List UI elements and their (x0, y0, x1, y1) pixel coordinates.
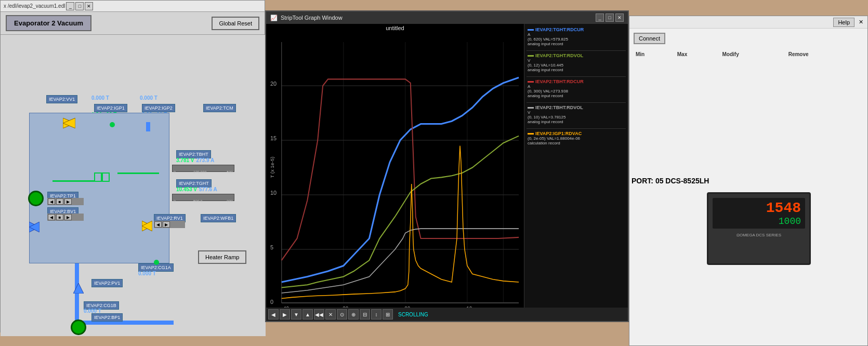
port-label: PORT: 05 DCS-8525LH (632, 177, 709, 185)
tght-values: 10.453 V 577.6 A (176, 187, 217, 192)
zoom-out-button[interactable]: ⊟ (360, 309, 370, 320)
app-title: Evaporator 2 Vacuum (6, 15, 91, 31)
pv-label-igp2: IEVAP2:IGP2 (142, 104, 175, 112)
legend-entry-tght-rdcur: IEVAP2:TGHT:RDCUR A (0, 620) VAL=579.825… (527, 26, 626, 47)
svg-text:01:06:28: 01:06:28 (493, 306, 511, 308)
col-modify: Modify (720, 50, 786, 58)
legend-entry-tbht-rdvol: IEVAP2:TBHT:RDVOL V (0, 10) VAL=3.78125 … (527, 102, 626, 125)
omega-sv-value: 1000 (717, 216, 801, 227)
help-button[interactable]: Help (833, 18, 854, 27)
omega-display: 1548 1000 ΩOMEGA DCS SERIES (707, 192, 811, 265)
pv-label-wfb1: IEVAP2:WFB1 (201, 214, 236, 222)
col-remove: Remove (786, 50, 863, 58)
heater-ramp-button[interactable]: Heater Ramp (198, 250, 246, 264)
svg-text:15: 15 (270, 135, 277, 141)
svg-text:-20: -20 (403, 305, 411, 308)
pv-label-bp1: IEVAP2:BP1 (91, 313, 123, 322)
bp1-valve (71, 320, 86, 335)
graph-svg: 0 5 10 15 20 T (x 1e-5) (266, 31, 524, 308)
epics-titlebar: x /edl/ievap2_vacuum1.edl _ □ ✕ (1, 1, 265, 12)
bv1-control[interactable]: ◀ ■ ▶ (47, 214, 84, 221)
fast-back-button[interactable]: ◀◀ (314, 309, 324, 320)
pv-label-tcm: IEVAP2:TCM (203, 104, 236, 112)
pv-label-igp1: IEVAP2:IGP1 (94, 104, 127, 112)
col-max: Max (675, 50, 720, 58)
rv1-valve (142, 221, 152, 232)
cg1a-indicator (154, 260, 159, 265)
right-close-icon[interactable]: ✕ (859, 19, 863, 25)
epics-title: x /edl/ievap2_vacuum1.edl (4, 3, 65, 9)
scroll-up-button[interactable]: ▲ (303, 309, 313, 320)
striptool-close-icon[interactable]: ✕ (615, 14, 624, 22)
scrolling-label: SCROLLING (398, 312, 428, 317)
pv-value-vv1-top: 0.000 T (91, 95, 109, 101)
pv-value-cg1a: 0.000 T (138, 271, 156, 276)
graph-area: untitled 0 5 10 15 20 T (x 1e-5) (266, 24, 524, 308)
tght-slider[interactable]: 0 590.0 900 (172, 194, 234, 201)
graph-title: untitled (266, 24, 524, 31)
svg-text:5: 5 (270, 244, 273, 250)
vv1-valve (63, 118, 75, 129)
tght-current: 577.6 A (199, 187, 217, 192)
scroll-left-button[interactable]: ◀ (268, 309, 279, 320)
tbht-slider[interactable]: 0 270.000 500 (172, 165, 234, 172)
right-titlebar: Help ✕ (629, 16, 867, 29)
tube-bottom (75, 321, 174, 325)
rv1-control[interactable]: ◀ ▶ (154, 221, 185, 228)
col-min: Min (634, 50, 675, 58)
right-content: Connect Min Max Modify Remove (629, 29, 867, 62)
global-reset-button[interactable]: Global Reset (212, 17, 259, 30)
tp1-control[interactable]: ◀ ■ ▶ (47, 198, 84, 205)
svg-marker-6 (73, 283, 84, 294)
zoom-x-button[interactable]: ✕ (325, 309, 336, 320)
zoom-in-button[interactable]: ⊕ (348, 309, 359, 320)
striptool-content: untitled 0 5 10 15 20 T (x 1e-5) (266, 24, 628, 308)
svg-text:10: 10 (270, 190, 277, 196)
svg-text:T (x 1e-5): T (x 1e-5) (270, 157, 275, 178)
minimize-icon[interactable]: _ (66, 2, 74, 10)
close-icon[interactable]: ✕ (85, 2, 93, 10)
legend-entry-tbht-rdcur: IEVAP2:TBHT:RDCUR A (0, 300) VAL=273.938… (527, 76, 626, 99)
striptool-toolbar: ◀ ▶ ▼ ▲ ◀◀ ✕ ⊙ ⊕ ⊟ ↕ ⊞ SCROLLING (266, 308, 628, 321)
tbht-current: 273.9 A (196, 157, 214, 163)
pv-label-pv1: IEVAP2:PV1 (91, 279, 123, 287)
svg-text:20: 20 (270, 81, 277, 87)
legend-panel: IEVAP2:TGHT:RDCUR A (0, 620) VAL=579.825… (524, 24, 628, 308)
svg-rect-7 (266, 31, 524, 308)
svg-text:-10: -10 (465, 305, 472, 308)
legend-entry-igp1-rdvac: IEVAP2:IGP1:RDVAC (0, 2e-05) VAL=1.88004… (527, 128, 626, 147)
tbht-voltage: 3.781 V (176, 157, 194, 163)
snap-button[interactable]: ⊞ (383, 309, 393, 320)
tbht-values: 3.781 V 273.9 A (176, 157, 214, 163)
pv-value-vv1-right: 0.000 T (140, 95, 157, 101)
omega-brand: ΩOMEGA DCS SERIES (708, 233, 809, 237)
pv1-valve (73, 283, 84, 295)
tght-voltage: 10.453 V (176, 187, 197, 192)
igp1-indicator (110, 122, 115, 127)
igp2-indicator (146, 122, 150, 131)
striptool-minimize-icon[interactable]: _ (596, 14, 604, 22)
striptool-titlebar: 📈 StripTool Graph Window _ □ ✕ (266, 11, 628, 24)
legend-table: Min Max Modify Remove (634, 50, 863, 58)
striptool-title: StripTool Graph Window (281, 15, 594, 21)
epics-window: x /edl/ievap2_vacuum1.edl _ □ ✕ Evaporat… (0, 0, 265, 332)
center-button[interactable]: ⊙ (337, 309, 347, 320)
scroll-right-button[interactable]: ▶ (280, 309, 290, 320)
scroll-down-button[interactable]: ▼ (291, 309, 301, 320)
tp1-valve[interactable] (28, 191, 44, 206)
connect-button[interactable]: Connect (634, 33, 665, 44)
pv-label-vv1: IEVAP2:VV1 (46, 95, 77, 103)
epics-header: Evaporator 2 Vacuum Global Reset (1, 12, 265, 35)
omega-screen: 1548 1000 (713, 198, 805, 229)
legend-entry-tght-rdvol: IEVAP2:TGHT:RDVOL V (0, 12) VAL=10.445 a… (527, 50, 626, 73)
svg-text:-40: -40 (282, 305, 290, 308)
striptool-window: 📈 StripTool Graph Window _ □ ✕ untitled … (265, 10, 629, 322)
maximize-icon[interactable]: □ (75, 2, 84, 10)
omega-pv-value: 1548 (717, 200, 801, 216)
epics-canvas: IEVAP2:VV1 0.000 T 0.000 T IEVAP2:IGP1 1… (1, 35, 266, 336)
bv1-valve (29, 222, 40, 233)
svg-text:-30: -30 (341, 305, 349, 308)
auto-scale-button[interactable]: ↕ (371, 309, 382, 320)
striptool-maximize-icon[interactable]: □ (606, 14, 614, 22)
vacuum-chamber (29, 113, 169, 263)
